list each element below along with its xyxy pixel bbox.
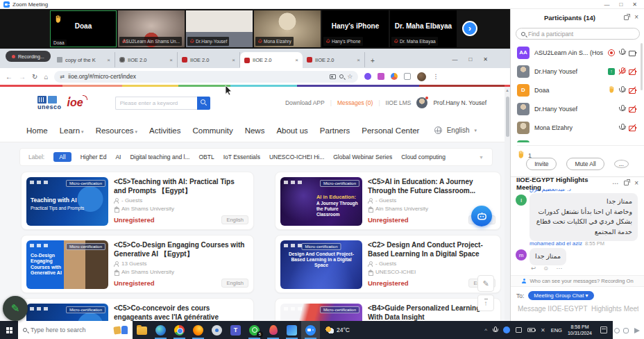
participant-search-input[interactable] <box>528 31 634 38</box>
course-card[interactable]: Micro-certification<C5>Co-concevoir des … <box>21 298 254 321</box>
more-options-icon[interactable]: ⋯ <box>612 180 618 187</box>
microphone-tray-icon[interactable] <box>493 326 498 333</box>
tab-close-icon[interactable]: × <box>107 57 110 63</box>
filter-pill-obtl[interactable]: OBTL <box>198 154 214 160</box>
taskbar-chrome-icon[interactable] <box>170 321 189 339</box>
minimize-icon[interactable]: — <box>452 56 457 63</box>
user-avatar[interactable] <box>416 97 427 108</box>
course-title[interactable]: <C5>AI in Education: A Journey Through t… <box>368 177 495 195</box>
course-card[interactable]: Micro-certification<B4>Guide Personalize… <box>275 298 501 321</box>
filter-pill-digital-teaching-and-l-[interactable]: Digital teaching and l... <box>130 154 189 160</box>
close-icon[interactable]: × <box>634 14 638 21</box>
app-tray-icon[interactable] <box>503 326 510 333</box>
scroll-up-icon[interactable]: ▲ <box>505 88 509 92</box>
back-icon[interactable]: ← <box>6 73 12 81</box>
filter-pill-unesco-ichei-hi-[interactable]: UNESCO-ICHEI Hi... <box>269 154 324 160</box>
close-icon[interactable]: × <box>634 180 638 187</box>
taskbar-zoom-icon[interactable] <box>301 321 320 339</box>
filter-pill-iot-essentials[interactable]: IoT Essentials <box>223 154 260 160</box>
taskbar-file-explorer-icon[interactable] <box>133 321 151 339</box>
nav-item-resources[interactable]: Resources▾ <box>96 126 137 135</box>
home-icon[interactable]: ⌂ <box>44 73 48 81</box>
tab-close-icon[interactable]: × <box>295 57 298 63</box>
tab-close-icon[interactable]: × <box>357 57 360 63</box>
maximize-icon[interactable]: □ <box>468 56 472 63</box>
site-info-icon[interactable]: ⇄ <box>60 74 65 80</box>
close-icon[interactable]: ✕ <box>483 56 488 63</box>
tab-close-icon[interactable]: × <box>232 57 235 63</box>
keyboard-language[interactable]: ENG <box>551 327 562 333</box>
participant-row[interactable]: Dr.Hany Yousef↑ <box>511 62 644 81</box>
taskbar-whatsapp-icon[interactable]: 5 <box>245 321 264 339</box>
send-icon[interactable] <box>634 328 640 333</box>
nav-item-partners[interactable]: Partners <box>320 126 350 135</box>
nav-item-home[interactable]: Home <box>26 126 48 135</box>
network-icon[interactable] <box>516 327 522 333</box>
lms-link[interactable]: IIOE LMS <box>386 99 412 106</box>
course-title[interactable]: <B4>Guide Personalized Learning With Dat… <box>368 304 495 321</box>
taskbar-edge-icon[interactable] <box>151 321 170 339</box>
participant-row[interactable]: DDoaa <box>511 81 644 99</box>
participant-row[interactable]: Mona Elzahry <box>511 118 644 137</box>
forward-icon[interactable]: → <box>19 73 26 81</box>
invite-button[interactable]: Invite <box>526 158 557 170</box>
close-icon[interactable]: ✕ <box>632 1 637 8</box>
course-title[interactable]: <C5>Co-Design Engaging Courses with Gene… <box>114 240 248 258</box>
emoji-icon[interactable] <box>614 328 620 333</box>
taskbar-teams-icon[interactable]: T <box>226 321 245 339</box>
course-card[interactable]: Micro-certificationDesign And Conduct Pr… <box>275 235 501 293</box>
video-tile[interactable]: Mona Elzahry <box>254 10 321 47</box>
messages-link[interactable]: Messages (0) <box>337 99 373 106</box>
extension-icon[interactable] <box>391 73 398 80</box>
filter-pill-global-webinar-series[interactable]: Global Webinar Series <box>333 154 392 160</box>
course-card[interactable]: Micro-certificationTeaching with AIPract… <box>21 172 254 230</box>
file-icon[interactable] <box>623 328 629 333</box>
taskbar-firefox-icon[interactable] <box>189 321 207 339</box>
pop-out-icon[interactable] <box>624 181 629 185</box>
clock[interactable]: 8:58 PM 10/31/2024 <box>568 324 592 337</box>
filter-pill-ai[interactable]: AI <box>115 154 121 160</box>
browser-tab[interactable]: IIOE 2.0× <box>240 52 303 68</box>
extension-icon[interactable] <box>364 73 371 80</box>
course-card[interactable]: Micro-certificationAI in Education:A Jou… <box>275 172 501 230</box>
battery-icon[interactable] <box>527 328 535 332</box>
site-search-button[interactable] <box>197 97 210 110</box>
message-reaction-icons[interactable]: ↩ ☺ ⋯ <box>531 265 565 272</box>
participant-row[interactable]: AAASU2Learn Ain S... (Host, me) <box>511 43 644 62</box>
notification-center-icon[interactable] <box>600 326 607 333</box>
participant-row[interactable] <box>511 137 644 142</box>
nav-item-activities[interactable]: Activities <box>149 126 180 135</box>
browser-tab[interactable]: IIOE 2.0× <box>303 52 365 67</box>
more-options-button[interactable]: ... <box>614 160 629 168</box>
browser-tab[interactable]: IIOE 2.0× <box>115 52 178 67</box>
nav-item-community[interactable]: Community <box>192 126 232 135</box>
nav-item-about-us[interactable]: About us <box>276 126 307 135</box>
minimize-icon[interactable]: — <box>604 1 609 8</box>
next-participants-button[interactable]: › <box>462 21 477 36</box>
taskbar-search[interactable] <box>18 321 133 339</box>
extensions-puzzle-icon[interactable] <box>404 73 411 80</box>
omnibox[interactable]: ⇄ ☆ <box>54 71 358 83</box>
video-tile[interactable]: DoaaDoaa <box>50 10 117 47</box>
tab-close-icon[interactable]: × <box>169 57 173 63</box>
course-card[interactable]: Micro-certificationCo-Design Engaging Co… <box>21 235 254 293</box>
filter-pill-higher-ed[interactable]: Higher Ed <box>80 154 107 160</box>
taskbar-search-input[interactable] <box>31 326 110 333</box>
start-button[interactable] <box>0 321 18 339</box>
browser-menu-icon[interactable]: ⋮ <box>432 73 439 80</box>
page-scrollbar[interactable]: ▲ <box>505 87 510 321</box>
video-tile[interactable]: ASU2Learn Ain Shams Un... <box>118 10 185 47</box>
scrollbar-thumb[interactable] <box>506 97 509 137</box>
annotation-pen-button[interactable]: ✎ <box>3 296 28 321</box>
site-search-input[interactable] <box>115 97 197 110</box>
filter-pill-cloud-computing[interactable]: Cloud computing <box>401 154 446 160</box>
reload-icon[interactable]: ↻ <box>32 73 37 81</box>
taskbar-app-flame-icon[interactable] <box>264 321 282 339</box>
bookmark-star-icon[interactable]: ☆ <box>347 74 353 80</box>
browser-tab[interactable]: IIOE 2.0× <box>178 52 240 67</box>
participant-row[interactable]: Dr.Hany Yousef <box>511 99 644 118</box>
course-title[interactable]: <C2> Design And Conduct Project-Based Le… <box>368 240 495 258</box>
speaker-muted-icon[interactable]: ✕ <box>541 327 545 333</box>
feedback-pencil-button[interactable]: ✎ <box>477 275 494 292</box>
cast-icon[interactable] <box>330 74 336 79</box>
